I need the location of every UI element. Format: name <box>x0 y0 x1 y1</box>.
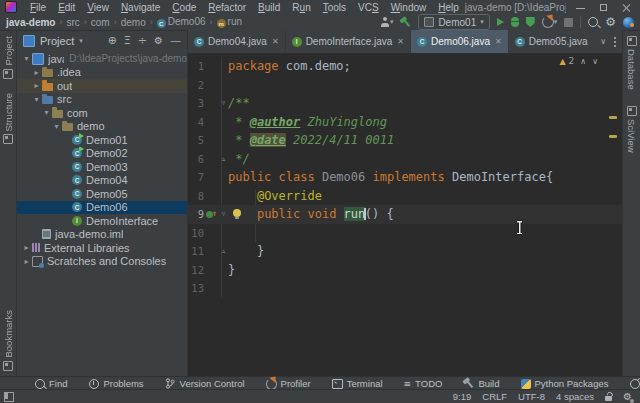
code-line-1[interactable]: 1package com.demo; <box>188 57 622 76</box>
tree-item-java-demo[interactable]: ▾java-demoD:\IdeaProjects\java-demo <box>17 52 187 66</box>
gear-icon[interactable]: ⚙ <box>154 36 163 46</box>
readonly-lock-icon[interactable] <box>605 396 612 401</box>
minimize-icon[interactable] <box>576 3 585 12</box>
coverage-icon[interactable] <box>526 16 535 28</box>
intention-bulb-icon[interactable] <box>233 209 241 217</box>
toolwindow-profiler[interactable]: Profiler <box>266 378 311 389</box>
breadcrumb-item-run[interactable]: mrun <box>217 16 242 29</box>
expand-all-icon[interactable]: Ξ <box>124 34 131 47</box>
menu-navigate[interactable]: Navigate <box>115 2 166 13</box>
tree-item-demo03[interactable]: CDemo03 <box>17 160 187 174</box>
breadcrumb-item-demo06[interactable]: CDemo06 <box>157 16 206 29</box>
menu-code[interactable]: Code <box>166 2 202 13</box>
build-hammer-icon[interactable] <box>400 16 411 28</box>
highlighting-level-icon[interactable]: ⚙ <box>623 392 632 402</box>
code-line-11[interactable]: 11▵ } <box>188 242 622 261</box>
tree-item-src[interactable]: ▾src <box>17 93 187 107</box>
code-line-5[interactable]: 5 * @date 2022/4/11 0011 <box>188 131 622 150</box>
hide-panel-icon[interactable]: — <box>170 34 181 47</box>
toolwindow-find[interactable]: Find <box>34 378 67 389</box>
close-icon[interactable] <box>622 3 631 12</box>
toolwindow-event-log[interactable]: Event Log <box>629 378 640 389</box>
fold-marker-icon[interactable]: ▵ <box>219 150 228 169</box>
run-icon[interactable] <box>497 16 504 28</box>
debug-icon[interactable] <box>511 16 519 28</box>
run-config-select[interactable]: Demo01 ▾ <box>418 14 489 30</box>
menu-view[interactable]: View <box>81 2 115 13</box>
tree-item-external-libraries[interactable]: ▸External Libraries <box>17 241 187 255</box>
tool-stripe-sciview[interactable]: SciView <box>626 106 637 153</box>
project-view-title[interactable]: Project <box>40 35 74 47</box>
tool-stripe-bookmarks[interactable]: Bookmarks <box>3 310 14 371</box>
tab-demo04-java[interactable]: CDemo04.java✕ <box>188 30 286 53</box>
tree-item-scratches-and-consoles[interactable]: ▸Scratches and Consoles <box>17 255 187 269</box>
tree-item-java-demo-iml[interactable]: java-demo.iml <box>17 228 187 242</box>
tree-item-demo05[interactable]: CDemo05 <box>17 187 187 201</box>
tree-item-demo04[interactable]: CDemo04 <box>17 174 187 188</box>
code-line-3[interactable]: 3▿/** <box>188 94 622 113</box>
tree-item-demointerface[interactable]: IDemoInterface <box>17 214 187 228</box>
expand-arrow-icon[interactable]: ▸ <box>21 257 32 266</box>
menu-run[interactable]: Run <box>286 2 316 13</box>
toolwindow-todo[interactable]: ≡TODO <box>404 378 443 389</box>
users-icon[interactable]: ▾ <box>380 16 394 28</box>
menu-refactor[interactable]: Refactor <box>202 2 252 13</box>
code-line-8[interactable]: 8 @Override <box>188 187 622 206</box>
line-separator[interactable]: CRLF <box>482 391 507 402</box>
fold-marker-icon[interactable]: ▵ <box>219 242 228 261</box>
tree-item-demo02[interactable]: CDemo02 <box>17 147 187 161</box>
code-line-12[interactable]: 12} <box>188 261 622 280</box>
collapse-arrow-icon[interactable]: ▾ <box>21 54 32 63</box>
maximize-icon[interactable] <box>599 3 608 12</box>
breadcrumb-item-src[interactable]: src <box>66 17 79 28</box>
menu-help[interactable]: Help <box>432 2 465 13</box>
toolwindow-build[interactable]: Build <box>463 378 499 389</box>
tool-stripe-project[interactable]: Project <box>3 36 14 79</box>
settings-gear-icon[interactable]: ⚙ <box>605 16 616 28</box>
profiler-icon[interactable]: ▾ <box>542 16 558 28</box>
menu-edit[interactable]: Edit <box>52 2 81 13</box>
show-hidden-tabs-icon[interactable]: ∨ <box>600 37 606 46</box>
collapse-arrow-icon[interactable]: ▾ <box>41 108 52 117</box>
tree-item-demo06[interactable]: CDemo06 <box>17 201 187 215</box>
tree-item-demo[interactable]: ▾demo <box>17 120 187 134</box>
menu-build[interactable]: Build <box>252 2 286 13</box>
breadcrumb-item-demo[interactable]: demo <box>121 17 146 28</box>
toolwindow-version-control[interactable]: Version Control <box>165 378 245 389</box>
expand-arrow-icon[interactable]: ▸ <box>31 81 42 90</box>
code-line-7[interactable]: 7public class Demo06 implements DemoInte… <box>188 168 622 187</box>
menu-file[interactable]: File <box>24 2 52 13</box>
ide-profile-icon[interactable] <box>623 16 634 28</box>
tab-close-icon[interactable]: ✕ <box>272 37 279 46</box>
menu-window[interactable]: Window <box>385 2 433 13</box>
tab-demointerface-java[interactable]: IDemoInterface.java✕ <box>286 30 411 53</box>
collapse-all-icon[interactable]: ÷ <box>138 34 147 47</box>
fold-marker-icon[interactable]: ▿ <box>219 205 228 224</box>
breadcrumb-item-java-demo[interactable]: java-demo <box>6 17 55 28</box>
toolwindow-terminal[interactable]: Terminal <box>332 378 383 389</box>
tree-item-demo01[interactable]: CDemo01 <box>17 133 187 147</box>
tab-demo06-java[interactable]: CDemo06.java✕ <box>411 30 509 53</box>
code-line-6[interactable]: 6▵ */ <box>188 150 622 169</box>
menu-tools[interactable]: Tools <box>317 2 352 13</box>
tool-window-switcher-icon[interactable] <box>4 392 14 402</box>
tab-close-icon[interactable]: ✕ <box>397 37 404 46</box>
collapse-arrow-icon[interactable]: ▾ <box>31 95 42 104</box>
tool-stripe-structure[interactable]: Structure <box>3 93 14 145</box>
fold-marker-icon[interactable]: ▿ <box>219 94 228 113</box>
code-line-10[interactable]: 10 <box>188 224 622 243</box>
indent-setting[interactable]: 4 spaces <box>556 391 594 402</box>
tree-item-out[interactable]: ▸out <box>17 79 187 93</box>
tree-item--idea[interactable]: ▸.idea <box>17 66 187 80</box>
toolwindow-python-packages[interactable]: Python Packages <box>521 378 609 389</box>
file-encoding[interactable]: UTF-8 <box>518 391 545 402</box>
locate-file-icon[interactable]: ⊕ <box>108 34 117 47</box>
breadcrumb-item-com[interactable]: com <box>91 17 110 28</box>
caret-position[interactable]: 9:19 <box>453 391 472 402</box>
tab-options-icon[interactable] <box>614 41 616 43</box>
toolwindow-problems[interactable]: Problems <box>88 378 143 389</box>
code-editor[interactable]: ▲ 2 ∧ ∨ 1package com.demo;23▿/**4 * @aut… <box>188 54 622 377</box>
collapse-arrow-icon[interactable]: ▾ <box>51 122 62 131</box>
chevron-down-icon[interactable]: ▾ <box>79 37 83 45</box>
implements-gutter-icon[interactable]: ↑ <box>204 205 219 224</box>
